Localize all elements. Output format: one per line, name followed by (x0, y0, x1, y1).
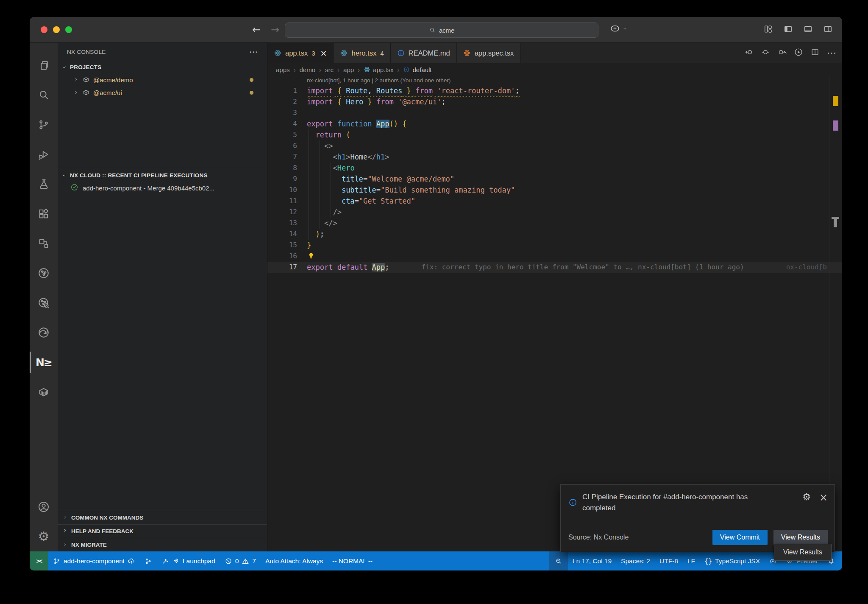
section-nx-migrate[interactable]: NX MIGRATE (58, 538, 267, 551)
nav-location-icon[interactable] (761, 48, 770, 59)
code-line-11[interactable]: 11 cta="Get Started" (267, 196, 842, 207)
code-line-14[interactable]: 14 ); (267, 229, 842, 240)
overview-cursor-mark (832, 217, 839, 227)
activity-graph-search[interactable] (30, 288, 58, 318)
activity-manage-settings[interactable]: ⚙ (30, 522, 58, 551)
indentation[interactable]: Spaces: 2 (616, 551, 655, 570)
activity-run-and-debug[interactable] (30, 140, 58, 169)
problems-status[interactable]: 07 (220, 551, 261, 570)
remote-indicator[interactable]: >< (30, 551, 48, 570)
react-icon (364, 66, 370, 73)
split-editor-icon[interactable] (810, 48, 820, 59)
projects-section-header[interactable]: PROJECTS (58, 61, 267, 73)
code-line-16[interactable]: 16 (267, 251, 842, 262)
close-icon[interactable]: × (819, 492, 828, 503)
launchpad-status[interactable]: Launchpad (157, 551, 220, 570)
activity-nx-console[interactable]: N≥ (30, 347, 58, 377)
breadcrumb-item[interactable]: app (343, 66, 354, 73)
code-line-13[interactable]: 13 </> (267, 218, 842, 229)
activity-extensions[interactable] (30, 199, 58, 229)
code-line-7[interactable]: 7 <h1>Home</h1> (267, 151, 842, 162)
project-item[interactable]: @acme/demo (58, 73, 267, 86)
tab-app.spec.tsx[interactable]: app.spec.tsx (457, 43, 521, 63)
account-icon (37, 501, 50, 513)
section-common-nx-commands[interactable]: COMMON NX COMMANDS (58, 511, 267, 524)
view-results-button[interactable]: View Results (773, 530, 828, 545)
activity-accounts[interactable] (30, 492, 58, 522)
copilot-menu[interactable] (609, 23, 628, 34)
activity-browser-preview[interactable] (30, 318, 58, 347)
code-line-6[interactable]: 6 <> (267, 140, 842, 151)
pipeline-item[interactable]: add-hero-component - Merge 409b44e5cb02.… (58, 182, 267, 194)
lightbulb-icon[interactable] (307, 252, 315, 260)
breadcrumb-item[interactable]: app.tsx (364, 66, 393, 73)
codelens-annotation[interactable]: nx-cloud[bot], 1 hour ago | 2 authors (Y… (267, 76, 842, 85)
tab-hero.tsx[interactable]: hero.tsx4 (334, 43, 390, 63)
git-graph-status[interactable] (140, 551, 157, 570)
code-line-17[interactable]: 17export default App;fix: correct typo i… (267, 262, 842, 273)
overview-ruler[interactable] (829, 76, 842, 551)
nav-forward-icon[interactable]: → (271, 25, 279, 35)
toggle-secondary-sidebar-icon[interactable] (823, 24, 833, 36)
code-line-5[interactable]: 5 return ( (267, 129, 842, 140)
pipelines-section-header[interactable]: NX CLOUD :: RECENT CI PIPELINE EXECUTION… (58, 169, 267, 182)
git-branch-status[interactable]: add-hero-component (48, 551, 140, 570)
code-line-12[interactable]: 12 /> (267, 207, 842, 218)
code-token: Home (350, 153, 367, 161)
breadcrumb-item[interactable]: apps (276, 66, 290, 73)
activity-explorer[interactable] (30, 50, 58, 80)
close-icon[interactable]: × (320, 48, 327, 58)
auto-attach-status[interactable]: Auto Attach: Always (261, 551, 328, 570)
tab-README.md[interactable]: README.md (391, 43, 457, 63)
gear-icon[interactable]: ⚙ (802, 492, 811, 502)
command-center-search[interactable]: acme (285, 22, 598, 38)
code-token: ; (441, 98, 445, 106)
zoom-window-button[interactable] (65, 26, 72, 33)
code-token (307, 186, 342, 194)
more-actions-icon[interactable]: ⋯ (249, 48, 258, 56)
code-token: 'react-router-dom' (437, 87, 515, 95)
activity-references[interactable] (30, 229, 58, 258)
nav-back-circle-icon[interactable] (744, 48, 754, 59)
code-line-10[interactable]: 10 subtitle="Build something amazing tod… (267, 185, 842, 196)
cursor-position[interactable]: Ln 17, Col 19 (568, 551, 616, 570)
more-actions-icon[interactable]: ⋯ (827, 48, 836, 58)
eol-sequence[interactable]: LF (683, 551, 700, 570)
toggle-panel-icon[interactable] (803, 24, 813, 36)
section-help-and-feedback[interactable]: HELP AND FEEDBACK (58, 524, 267, 538)
code-line-2[interactable]: 2import { Hero } from '@acme/ui'; (267, 96, 842, 107)
code-line-15[interactable]: 15} (267, 240, 842, 251)
code-token: Routes (376, 87, 402, 95)
code-line-3[interactable]: 3 (267, 107, 842, 118)
breadcrumb-item[interactable]: demo (300, 66, 316, 73)
nav-back-icon[interactable]: ← (252, 25, 261, 35)
activity-testing[interactable] (30, 169, 58, 199)
code-area[interactable]: nx-cloud[bot], 1 hour ago | 2 authors (Y… (267, 76, 842, 551)
close-window-button[interactable] (41, 26, 47, 33)
minimize-window-button[interactable] (53, 26, 60, 33)
tab-app.tsx[interactable]: app.tsx3× (267, 43, 334, 63)
view-commit-button[interactable]: View Commit (712, 530, 768, 545)
customize-layout-icon[interactable] (763, 24, 773, 36)
activity-search[interactable] (30, 80, 58, 110)
line-number: 2 (267, 96, 297, 107)
encoding[interactable]: UTF-8 (655, 551, 683, 570)
run-file-icon[interactable] (794, 48, 803, 59)
activity-containers[interactable] (30, 377, 58, 407)
breadcrumb-item[interactable]: default (403, 66, 431, 73)
activity-graph[interactable] (30, 258, 58, 288)
vim-mode-status[interactable]: -- NORMAL -- (328, 551, 377, 570)
run-icon (794, 48, 803, 57)
nav-forward-circle-icon[interactable] (777, 48, 787, 59)
toggle-primary-sidebar-icon[interactable] (783, 24, 793, 36)
breadcrumb-item[interactable]: src (325, 66, 334, 73)
code-line-9[interactable]: 9 title="Welcome @acme/demo" (267, 173, 842, 185)
activity-source-control[interactable] (30, 110, 58, 140)
project-item[interactable]: @acme/ui (58, 86, 267, 99)
zoom-indicator[interactable] (549, 551, 568, 570)
code-token (307, 164, 333, 172)
language-mode[interactable]: {}TypeScript JSX (700, 551, 765, 570)
code-line-8[interactable]: 8 <Hero (267, 162, 842, 173)
code-line-1[interactable]: 1import { Route, Routes } from 'react-ro… (267, 85, 842, 96)
code-line-4[interactable]: 4export function App() { (267, 118, 842, 129)
